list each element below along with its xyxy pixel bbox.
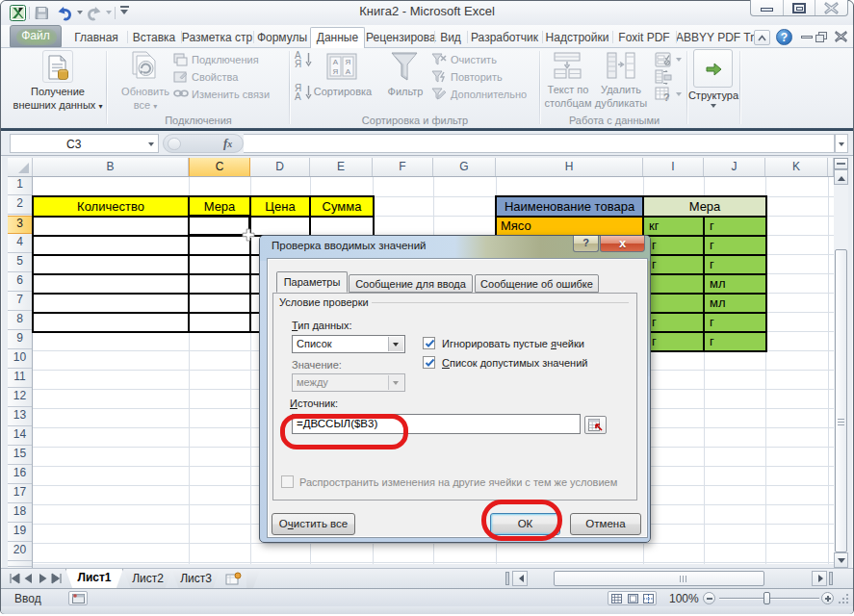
svg-text:А: А [346, 67, 351, 76]
svg-text:Я: Я [333, 67, 339, 76]
svg-text:?: ? [663, 91, 670, 103]
svg-text:Я: Я [346, 58, 351, 66]
svg-text:А: А [333, 58, 339, 66]
